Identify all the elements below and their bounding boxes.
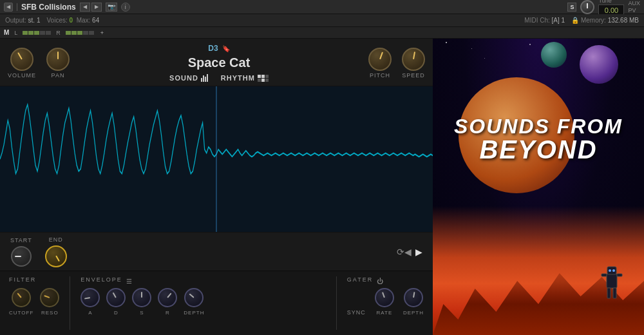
level-seg (46, 31, 51, 35)
tab-sound[interactable]: SOUND (169, 74, 208, 82)
env-d-knob[interactable] (106, 288, 126, 307)
sfb-line2: BEYOND (439, 137, 638, 162)
divider-1 (70, 276, 70, 330)
top-bar: ◀ SFB Collisions ◀ ▶ 📷 i S Tune 0.00 AUX… (0, 0, 644, 14)
info-button[interactable]: i (121, 3, 130, 12)
pitch-knob[interactable] (368, 48, 392, 71)
second-bar-left: Output: st. 1 Voices: 0 Max: 64 (5, 17, 524, 24)
pan-knob[interactable] (46, 48, 70, 71)
level-bars-right (66, 31, 94, 35)
second-bar: Output: st. 1 Voices: 0 Max: 64 MIDI Ch:… (0, 14, 644, 27)
level-seg (77, 31, 82, 35)
star (446, 42, 447, 43)
speed-knob[interactable] (402, 48, 425, 71)
robot-figure (599, 258, 625, 309)
envelope-title-row: ENVELOPE ☰ (80, 276, 326, 285)
bar1 (201, 78, 202, 82)
bar3 (205, 77, 206, 82)
gater-group: GATER ⏻ SYNC RATE DEPTH (347, 276, 424, 316)
level-bars-left (23, 31, 51, 35)
svg-point-5 (612, 269, 615, 272)
env-a-knob[interactable] (80, 288, 100, 307)
gater-rate-label: RATE (377, 310, 393, 316)
cutoff-group: CUTOFF (9, 288, 33, 316)
waveform-display (0, 86, 433, 232)
gater-depth-group: DEPTH (403, 288, 424, 316)
volume-label: VOLUME (8, 72, 36, 79)
level-seg (23, 31, 28, 35)
main-content: VOLUME PAN D3 🔖 Space Cat SOUND (0, 39, 644, 335)
envelope-knobs: A D S R DEPT (80, 288, 326, 316)
level-seg (83, 31, 88, 35)
volume-group: VOLUME (8, 48, 36, 79)
filter-group: FILTER CUTOFF RESO (9, 276, 59, 316)
env-depth-knob[interactable] (184, 288, 204, 307)
sound-bars-icon (201, 74, 208, 82)
nav-prev-button[interactable]: ◀ (4, 3, 13, 12)
menu-icon[interactable]: ☰ (126, 278, 132, 285)
nav-right-button[interactable]: ▶ (91, 3, 102, 12)
right-panel: SOUNDS FROM BEYOND (433, 39, 644, 335)
star (471, 48, 472, 49)
grid-cell (261, 79, 265, 82)
waveform-section[interactable] (0, 86, 433, 232)
svg-rect-6 (607, 288, 611, 298)
gater-rate-group: RATE (375, 288, 394, 316)
tab-rhythm[interactable]: RHYTHM (221, 74, 269, 82)
bookmark-icon: 🔖 (222, 45, 230, 52)
grid-cell (258, 75, 261, 78)
nav-left-button[interactable]: ◀ (80, 3, 90, 12)
pv-label: PV (628, 7, 640, 14)
loop-arrow-icon[interactable]: ⟳◀ (397, 247, 412, 257)
star (484, 58, 485, 59)
aux-label: AUX (628, 0, 640, 6)
mini-right-label: R (56, 30, 61, 36)
gater-depth-knob[interactable] (404, 288, 423, 307)
env-r-knob[interactable] (158, 288, 177, 307)
svg-rect-9 (617, 274, 622, 276)
start-group: START (10, 237, 32, 267)
mini-bar: M L R + (0, 27, 644, 39)
sfb-line1: SOUNDS FROM (439, 116, 638, 137)
svg-rect-2 (607, 274, 617, 288)
svg-rect-8 (601, 274, 607, 276)
pan-label: PAN (52, 72, 65, 79)
tune-knob-mini[interactable] (580, 0, 594, 14)
transport-section: START END ⟳◀ ▶ (0, 232, 433, 271)
volume-knob[interactable] (10, 48, 33, 71)
level-seg (66, 31, 71, 35)
speed-group: SPEED (402, 48, 425, 79)
grid-cell (261, 75, 265, 78)
s-button[interactable]: S (567, 3, 576, 12)
env-r-label: R (166, 310, 170, 316)
level-seg (28, 31, 33, 35)
end-knob[interactable] (45, 245, 67, 267)
output-label: Output: st. 1 (5, 17, 41, 24)
bar4 (207, 74, 208, 82)
mini-plus[interactable]: + (100, 30, 104, 36)
bottom-section: FILTER CUTOFF RESO ENVELOPE ☰ (0, 271, 433, 335)
mini-m-button[interactable]: M (4, 29, 9, 36)
speed-label: SPEED (402, 72, 425, 79)
filter-knobs: CUTOFF RESO (9, 288, 59, 316)
memory-label: 🔒 Memory: 132.68 MB (571, 17, 639, 24)
env-s-label: S (140, 310, 144, 316)
camera-button[interactable]: 📷 (106, 3, 117, 12)
play-arrow-icon[interactable]: ▶ (415, 247, 422, 257)
cutoff-knob[interactable] (12, 288, 31, 307)
tune-label: Tune (598, 0, 624, 4)
midi-label: MIDI Ch: [A] 1 (524, 17, 565, 24)
divider (17, 3, 17, 11)
gater-rate-knob[interactable] (375, 288, 394, 307)
top-bar-left: ◀ SFB Collisions ◀ ▶ 📷 i (4, 3, 567, 12)
power-icon[interactable]: ⏻ (377, 278, 383, 285)
second-bar-right: MIDI Ch: [A] 1 🔒 Memory: 132.68 MB (524, 17, 639, 24)
start-knob[interactable] (11, 246, 32, 267)
sync-label: SYNC (347, 309, 366, 316)
reso-knob[interactable] (40, 288, 59, 307)
gater-depth-label: DEPTH (403, 310, 424, 316)
env-s-group: S (132, 288, 151, 316)
env-s-knob[interactable] (132, 288, 151, 307)
env-depth-label: DEPTH (184, 310, 204, 316)
grid-cell (258, 79, 261, 82)
